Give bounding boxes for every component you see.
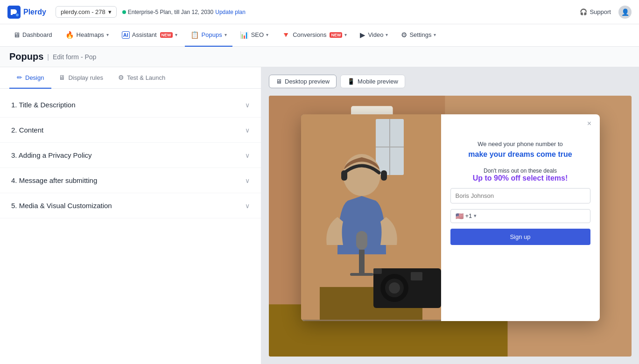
popup-card: × We need your phone number to make your… bbox=[301, 114, 600, 321]
headset-icon: 🎧 bbox=[580, 8, 587, 15]
tagline-text: We need your phone number to bbox=[477, 140, 563, 147]
tab-label-design: Design bbox=[25, 74, 44, 81]
site-name: plerdy.com - 278 bbox=[61, 8, 105, 15]
svg-point-1 bbox=[16, 14, 19, 16]
signup-label: Sign up bbox=[510, 233, 530, 240]
desktop-preview-label: Desktop preview bbox=[285, 78, 330, 85]
chevron-down-icon: ▾ bbox=[108, 8, 112, 15]
popup-image bbox=[301, 114, 441, 321]
accordion-item-message[interactable]: 4. Message after submitting ∨ bbox=[0, 168, 261, 193]
seo-icon: 📊 bbox=[240, 31, 249, 39]
nav-label-conversions: Conversions bbox=[293, 31, 326, 38]
chevron-down-icon: ▾ bbox=[106, 32, 109, 37]
settings-icon: ⚙ bbox=[401, 31, 407, 39]
dashboard-icon: 🖥 bbox=[13, 31, 20, 39]
accordion-item-privacy[interactable]: 3. Adding a Privacy Policy ∨ bbox=[0, 143, 261, 168]
plan-text: Enterprise-5 Plan, till Jan 12, 2030 bbox=[128, 9, 213, 15]
breadcrumb-separator: | bbox=[47, 53, 49, 61]
accordion-item-media[interactable]: 5. Media & Visual Customization ∨ bbox=[0, 193, 261, 218]
svg-point-34 bbox=[389, 282, 400, 294]
popup-phone-row[interactable]: 🇺🇸 +1 ▾ bbox=[450, 209, 590, 223]
svg-rect-29 bbox=[350, 273, 373, 276]
new-badge-conversions: NEW bbox=[330, 32, 342, 38]
popup-discount-text: Up to 90% off select items! bbox=[450, 174, 590, 182]
chevron-down-icon: ▾ bbox=[434, 32, 436, 37]
gear-icon: ⚙ bbox=[118, 74, 124, 81]
tab-design[interactable]: ✏ Design bbox=[9, 67, 51, 89]
nav-item-conversions[interactable]: 🔻 Conversions NEW ▾ bbox=[276, 24, 352, 47]
user-icon: 👤 bbox=[621, 8, 629, 16]
user-avatar[interactable]: 👤 bbox=[618, 6, 632, 19]
preview-buttons: 🖥 Desktop preview 📱 Mobile preview bbox=[269, 75, 632, 88]
popup-content: × We need your phone number to make your… bbox=[441, 114, 600, 321]
mobile-preview-button[interactable]: 📱 Mobile preview bbox=[340, 75, 405, 88]
chevron-down-icon: ∨ bbox=[245, 126, 250, 134]
logo[interactable]: Plerdy bbox=[7, 6, 46, 19]
nav-item-heatmaps[interactable]: 🔥 Heatmaps ▾ bbox=[60, 24, 114, 47]
logo-text: Plerdy bbox=[23, 8, 46, 16]
nav-label-seo: SEO bbox=[251, 31, 264, 38]
svg-rect-36 bbox=[373, 268, 382, 274]
nav-item-settings[interactable]: ⚙ Settings ▾ bbox=[395, 24, 442, 47]
chevron-down-icon: ∨ bbox=[245, 177, 250, 184]
accordion-label: 5. Media & Visual Customization bbox=[11, 202, 112, 210]
accordion-label: 3. Adding a Privacy Policy bbox=[11, 151, 92, 159]
tab-test-launch[interactable]: ⚙ Test & Launch bbox=[111, 67, 173, 89]
right-panel: 🖥 Desktop preview 📱 Mobile preview bbox=[261, 67, 639, 364]
chevron-down-icon: ▾ bbox=[474, 213, 477, 219]
nav-item-popups[interactable]: 📋 Popups ▾ bbox=[185, 24, 232, 47]
monitor-icon: 🖥 bbox=[59, 74, 65, 81]
page-title: Popups bbox=[9, 51, 43, 62]
svg-rect-26 bbox=[381, 170, 387, 181]
desktop-icon: 🖥 bbox=[276, 78, 282, 85]
desktop-preview-button[interactable]: 🖥 Desktop preview bbox=[269, 75, 337, 88]
nav-label-popups: Popups bbox=[202, 31, 222, 38]
tab-label-test-launch: Test & Launch bbox=[127, 74, 165, 81]
navbar: 🖥 Dashboard 🔥 Heatmaps ▾ AI Assistant NE… bbox=[0, 24, 639, 47]
tab-label-display-rules: Display rules bbox=[68, 74, 103, 81]
main-layout: ✏ Design 🖥 Display rules ⚙ Test & Launch… bbox=[0, 67, 639, 364]
heatmaps-icon: 🔥 bbox=[65, 31, 74, 39]
nav-label-dashboard: Dashboard bbox=[22, 31, 52, 38]
topbar-right: 🎧 Support 👤 bbox=[580, 6, 632, 19]
svg-rect-28 bbox=[359, 250, 365, 273]
support-button[interactable]: 🎧 Support bbox=[580, 8, 611, 15]
pencil-icon: ✏ bbox=[17, 74, 22, 81]
accordion-item-content[interactable]: 2. Content ∨ bbox=[0, 118, 261, 143]
popup-signup-button[interactable]: Sign up bbox=[450, 229, 590, 245]
chevron-down-icon: ∨ bbox=[245, 152, 250, 159]
close-icon: × bbox=[587, 119, 591, 128]
nav-item-video[interactable]: ▶ Video ▾ bbox=[354, 24, 393, 47]
accordion-label: 4. Message after submitting bbox=[11, 176, 97, 184]
chevron-down-icon: ▾ bbox=[344, 32, 347, 37]
popup-close-button[interactable]: × bbox=[585, 119, 594, 128]
mobile-icon: 📱 bbox=[347, 78, 355, 85]
tab-display-rules[interactable]: 🖥 Display rules bbox=[51, 67, 110, 89]
left-panel: ✏ Design 🖥 Display rules ⚙ Test & Launch… bbox=[0, 67, 261, 364]
popup-name-input[interactable] bbox=[450, 188, 590, 203]
nav-item-seo[interactable]: 📊 SEO ▾ bbox=[234, 24, 274, 47]
nav-label-assistant: Assistant bbox=[132, 31, 157, 38]
site-selector[interactable]: plerdy.com - 278 ▾ bbox=[56, 6, 117, 18]
svg-rect-25 bbox=[341, 170, 347, 181]
phone-code: +1 bbox=[465, 212, 472, 219]
chevron-down-icon: ▾ bbox=[386, 32, 388, 37]
topbar: Plerdy plerdy.com - 278 ▾ Enterprise-5 P… bbox=[0, 0, 639, 24]
plan-badge: Enterprise-5 Plan, till Jan 12, 2030 Upd… bbox=[122, 9, 246, 15]
svg-rect-27 bbox=[356, 231, 367, 250]
nav-label-settings: Settings bbox=[409, 31, 431, 38]
nav-item-assistant[interactable]: AI Assistant NEW ▾ bbox=[116, 24, 183, 47]
conversions-icon: 🔻 bbox=[281, 31, 290, 39]
popups-icon: 📋 bbox=[190, 31, 199, 39]
popup-tagline-block: We need your phone number to make your d… bbox=[450, 140, 590, 160]
tabs-bar: ✏ Design 🖥 Display rules ⚙ Test & Launch bbox=[0, 67, 261, 89]
nav-item-dashboard[interactable]: 🖥 Dashboard bbox=[7, 24, 58, 47]
preview-area: × We need your phone number to make your… bbox=[269, 96, 632, 357]
plan-status-dot bbox=[122, 10, 126, 14]
update-plan-link[interactable]: Update plan bbox=[215, 9, 246, 15]
flag-icon: 🇺🇸 bbox=[456, 212, 463, 220]
support-label: Support bbox=[590, 8, 611, 15]
mobile-preview-label: Mobile preview bbox=[358, 78, 398, 85]
new-badge: NEW bbox=[160, 32, 173, 38]
accordion-item-title-desc[interactable]: 1. Title & Description ∨ bbox=[0, 92, 261, 118]
